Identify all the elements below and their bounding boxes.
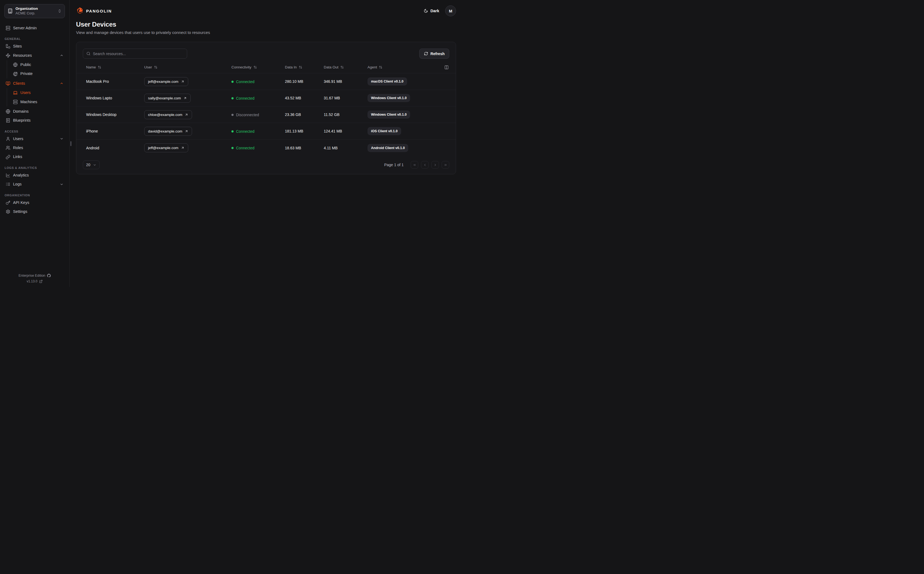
sidebar-item-resources[interactable]: Resources [4,51,65,60]
chevron-down-icon [60,137,63,140]
connectivity-status: Connected [232,129,254,134]
column-header-data-in[interactable]: Data In [285,65,324,69]
sidebar-item-analytics[interactable]: Analytics [4,171,65,180]
chevron-down-icon [60,183,63,186]
column-label: User [144,65,152,69]
sidebar-item-api-keys[interactable]: API Keys [4,198,65,207]
column-label: Data Out [324,65,338,69]
globe-icon [6,109,10,114]
edition-link[interactable]: Enterprise Edition [0,274,69,278]
sidebar-item-logs[interactable]: Logs [4,180,65,189]
data-in-value: 23.36 GB [285,112,324,117]
sidebar-item-label: Clients [13,81,25,86]
avatar[interactable]: M [445,5,456,16]
sort-icon [98,65,101,69]
devices-table: Name User Connectivity Data In [83,62,449,156]
column-header-agent[interactable]: Agent [367,65,440,69]
sidebar-item-private[interactable]: Private [7,69,65,78]
user-email: david@example.com [148,129,182,133]
user-link[interactable]: david@example.com [144,127,192,136]
page-size-select[interactable]: 20 [83,161,100,169]
data-out-value: 31.67 MB [324,96,367,100]
user-email: chloe@example.com [148,113,182,117]
arrow-up-right-icon [183,96,187,100]
first-page-button[interactable] [411,161,418,169]
user-link[interactable]: jeff@example.com [144,144,188,152]
version-link[interactable]: v1.13.0 [0,279,69,283]
table-header-row: Name User Connectivity Data In [76,62,456,73]
chevron-right-icon [434,163,437,167]
sidebar-item-domains[interactable]: Domains [4,107,65,116]
connectivity-status: Connected [232,80,254,84]
table-row: Windows Desktop chloe@example.com Discon… [76,106,456,123]
column-label: Agent [367,65,377,69]
device-name: Android [83,146,144,150]
page-title: User Devices [76,20,456,28]
sort-icon [299,65,302,69]
status-dot [232,130,233,132]
sites-icon [6,44,10,49]
previous-page-button[interactable] [421,161,429,169]
column-header-data-out[interactable]: Data Out [324,65,367,69]
sidebar-item-label: Analytics [13,173,29,178]
search-input[interactable] [93,52,184,56]
chevrons-up-down-icon [58,9,61,13]
sidebar-item-label: Users [20,90,31,95]
app-root: Organization ACME Corp. Server Admin GEN… [0,0,462,287]
sidebar-item-server-admin[interactable]: Server Admin [4,24,65,33]
sort-icon [340,65,344,69]
edition-label: Enterprise Edition [19,274,45,278]
sidebar-resize-handle[interactable] [70,141,71,146]
columns-icon [444,65,449,69]
status-dot [232,80,233,83]
card-toolbar: Refresh [83,49,449,58]
section-title-organization: ORGANIZATION [5,194,65,197]
data-out-value: 4.11 MB [324,146,367,150]
sidebar: Organization ACME Corp. Server Admin GEN… [0,0,69,287]
sidebar-footer: Enterprise Edition v1.13.0 [0,274,69,283]
chevron-up-icon [60,54,63,57]
theme-toggle[interactable]: Dark [424,9,439,13]
arrow-up-right-icon [185,113,188,117]
section-title-logs-analytics: LOGS & ANALYTICS [5,166,65,169]
theme-label: Dark [430,9,439,13]
search-icon [87,52,90,56]
moon-icon [424,9,428,13]
sidebar-item-sites[interactable]: Sites [4,42,65,51]
chevron-down-icon [93,163,96,167]
sidebar-item-label: Server Admin [13,26,37,30]
server-icon [13,99,18,104]
org-switcher[interactable]: Organization ACME Corp. [4,4,65,18]
user-link[interactable]: jeff@example.com [144,77,188,86]
sidebar-item-users[interactable]: Users [4,134,65,144]
user-link[interactable]: sally@example.com [144,94,191,102]
page-status: Page 1 of 1 [384,162,404,167]
globe-icon [13,63,18,67]
chevron-up-icon [60,82,63,85]
column-header-connectivity[interactable]: Connectivity [232,65,285,69]
column-visibility-button[interactable] [444,65,449,70]
last-page-button[interactable] [442,161,449,169]
devices-card: Refresh Name User Connectivity [76,42,456,174]
sidebar-item-links[interactable]: Links [4,152,65,161]
section-title-access: ACCESS [5,130,65,133]
sidebar-item-machines[interactable]: Machines [7,98,65,106]
sidebar-nav: Server Admin GENERAL Sites Resources Pub… [4,24,65,216]
sidebar-item-public[interactable]: Public [7,60,65,69]
sort-icon [154,65,158,69]
refresh-button[interactable]: Refresh [419,49,449,58]
receipt-icon [6,118,10,123]
sidebar-item-clients[interactable]: Clients [4,79,65,88]
sidebar-item-client-users[interactable]: Users [7,88,65,97]
sidebar-item-blueprints[interactable]: Blueprints [4,116,65,125]
brand-home-link[interactable]: PANGOLIN [76,7,112,15]
column-header-name[interactable]: Name [83,65,144,69]
next-page-button[interactable] [431,161,439,169]
agent-badge: Android Client v0.1.0 [367,144,408,152]
sidebar-item-settings[interactable]: Settings [4,207,65,216]
user-link[interactable]: chloe@example.com [144,110,192,119]
table-row: MacBook Pro jeff@example.com Connected 2… [76,73,456,90]
pangolin-logo-icon [76,7,84,15]
column-header-user[interactable]: User [144,65,232,69]
sidebar-item-roles[interactable]: Roles [4,144,65,152]
